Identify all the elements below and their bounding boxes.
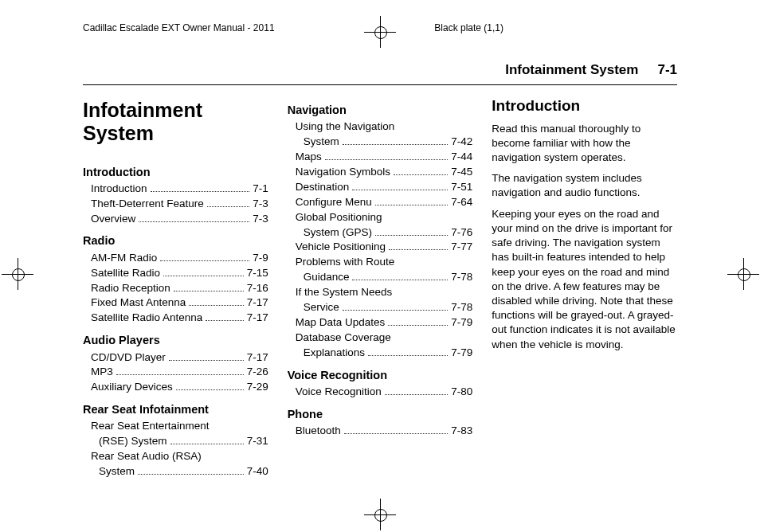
- page-header: Infotainment System 7-1: [83, 62, 677, 85]
- toc-entry: Navigation Symbols7-45: [296, 165, 473, 180]
- toc-entry-label: Theft-Deterrent Feature: [91, 197, 204, 212]
- toc-entry-page: 7-64: [451, 195, 472, 210]
- toc-entry-label: AM-FM Radio: [91, 251, 157, 266]
- register-mark-left: [6, 263, 29, 285]
- toc-entry-page: 7-3: [253, 197, 268, 212]
- toc-section-head: Audio Players: [83, 332, 268, 348]
- toc-dots: [375, 205, 449, 205]
- toc-entry-label: Problems with Route: [296, 255, 395, 270]
- toc-entry: System7-40: [99, 464, 268, 479]
- toc-entry: Fixed Mast Antenna7-17: [91, 295, 268, 311]
- toc-entry: CD/DVD Player7-17: [91, 350, 268, 366]
- toc-section-head: Radio: [83, 233, 268, 248]
- toc-entry-label: Fixed Mast Antenna: [91, 295, 186, 311]
- toc-entry: Configure Menu7-64: [296, 195, 473, 210]
- toc-entry-page: 7-77: [451, 240, 472, 255]
- toc-entry-label: Global Positioning: [296, 210, 382, 225]
- toc-entry-label: CD/DVD Player: [91, 350, 166, 366]
- toc-entry-page: 7-79: [451, 346, 472, 361]
- toc-entry-label: Rear Seat Audio (RSA): [91, 449, 202, 464]
- toc-section-head: Introduction: [83, 164, 268, 180]
- toc-dots: [169, 360, 244, 361]
- toc-entry-page: 7-17: [247, 311, 268, 326]
- toc-entry-page: 7-26: [247, 365, 268, 380]
- register-mark-right: [732, 263, 754, 285]
- toc-entry-label: Map Data Updates: [296, 315, 386, 331]
- toc-entry: Satellite Radio7-15: [91, 266, 268, 281]
- toc-entry: Auxiliary Devices7-29: [91, 380, 268, 395]
- toc-entry-label: Satellite Radio Antenna: [91, 311, 202, 326]
- toc-entry-label: Rear Seat Entertainment: [91, 419, 210, 434]
- toc-dots: [343, 144, 449, 145]
- toc-dots: [385, 394, 449, 395]
- top-meta-bar: Cadillac Escalade EXT Owner Manual - 201…: [83, 22, 677, 33]
- toc-entry-label: Radio Reception: [91, 281, 170, 296]
- toc-entry-page: 7-9: [253, 251, 268, 266]
- toc-entry-page: 7-44: [451, 150, 472, 165]
- toc-dots: [174, 291, 244, 291]
- toc-entry-page: 7-40: [247, 464, 268, 479]
- toc-entry-page: 7-17: [247, 350, 268, 366]
- toc-dots: [176, 389, 244, 390]
- toc-entry-label: MP3: [91, 365, 113, 380]
- toc-entry-page: 7-78: [451, 270, 472, 285]
- toc-entry-label: Vehicle Positioning: [296, 240, 386, 255]
- toc-entry: Destination7-51: [296, 180, 473, 195]
- toc-entry-label: Voice Recognition: [296, 385, 382, 400]
- toc-entry-page: 7-45: [451, 165, 472, 180]
- register-mark-bottom: [369, 503, 391, 526]
- content-columns: Infotainment System IntroductionIntroduc…: [83, 96, 677, 479]
- toc-entry-label: Navigation Symbols: [296, 165, 390, 180]
- toc-entry: Radio Reception7-16: [91, 281, 268, 296]
- toc-entry: Overview7-3: [91, 212, 268, 227]
- section-title: Infotainment System: [505, 62, 638, 78]
- toc-entry-page: 7-29: [247, 380, 268, 395]
- toc-entry: System7-42: [304, 135, 473, 150]
- toc-section-head: Navigation: [288, 102, 473, 118]
- toc-entry-label: Satellite Radio: [91, 266, 160, 281]
- intro-body: Read this manual thoroughly to become fa…: [492, 122, 677, 352]
- toc-entry-label: Guidance: [304, 270, 350, 285]
- toc-dots: [206, 320, 243, 321]
- toc-dots: [116, 374, 244, 375]
- toc-entry-label: Service: [304, 300, 339, 315]
- toc-entry-page: 7-76: [451, 225, 472, 241]
- toc-dots: [138, 474, 244, 475]
- toc-dots: [352, 280, 448, 280]
- toc-entry-page: 7-80: [451, 385, 472, 400]
- toc-dots: [344, 433, 449, 434]
- toc-dots: [151, 191, 250, 192]
- toc-dots: [343, 310, 449, 311]
- toc-entry-page: 7-83: [451, 424, 472, 439]
- toc-section-head: Phone: [288, 406, 473, 422]
- toc-entry-label: Auxiliary Devices: [91, 380, 173, 395]
- toc-dots: [368, 355, 448, 356]
- toc-entry: Introduction7-1: [91, 182, 268, 197]
- toc-dots: [352, 190, 448, 190]
- toc-entry-label: System (GPS): [304, 225, 372, 241]
- toc-dots: [388, 325, 448, 326]
- toc-dots: [189, 305, 243, 306]
- document-title: Cadillac Escalade EXT Owner Manual - 201…: [83, 22, 275, 33]
- intro-paragraph: Read this manual thoroughly to become fa…: [492, 122, 677, 166]
- toc-entry: Using the Navigation: [296, 119, 473, 135]
- toc-section-head: Rear Seat Infotainment: [83, 401, 268, 417]
- toc-dots: [160, 260, 249, 261]
- toc-entry: Maps7-44: [296, 150, 473, 165]
- toc-dots: [163, 276, 244, 276]
- column-2: NavigationUsing the NavigationSystem7-42…: [288, 96, 473, 479]
- plate-info: Black plate (1,1): [434, 22, 503, 33]
- toc-entry-page: 7-16: [247, 281, 268, 296]
- toc-entry-label: Maps: [296, 150, 322, 165]
- toc-entry-page: 7-1: [253, 182, 268, 197]
- toc-entry-page: 7-79: [451, 315, 472, 331]
- column-3: Introduction Read this manual thoroughly…: [492, 96, 677, 479]
- toc-dots: [170, 444, 244, 444]
- toc-entry-label: Using the Navigation: [296, 119, 395, 135]
- toc-dots: [394, 174, 448, 175]
- toc-entry-page: 7-78: [451, 300, 472, 315]
- toc-entry-label: Explanations: [304, 346, 365, 361]
- toc-entry-label: If the System Needs: [296, 285, 393, 300]
- toc-dots: [375, 235, 448, 236]
- toc-entry-label: Destination: [296, 180, 350, 195]
